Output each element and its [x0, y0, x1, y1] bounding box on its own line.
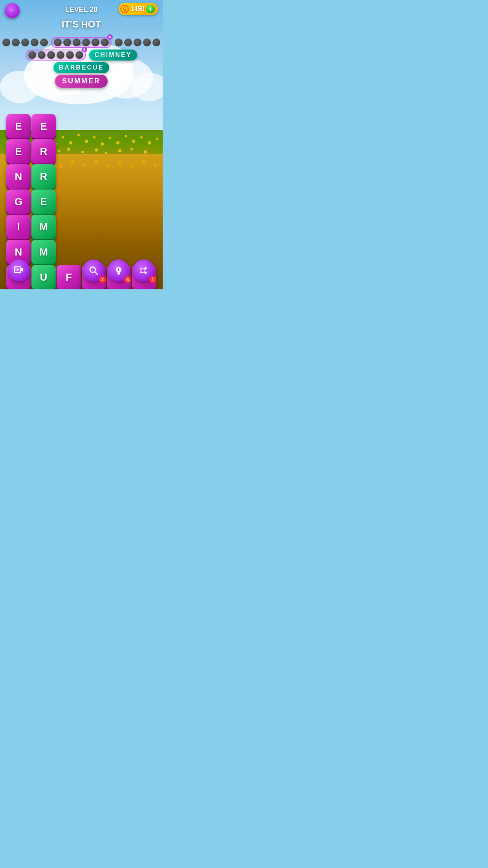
dot: [75, 51, 83, 59]
hint-icon: [114, 265, 124, 276]
dot: [63, 39, 71, 46]
tile-I1[interactable]: I: [6, 215, 31, 239]
summer-row: SUMMER: [3, 75, 160, 88]
dot: [73, 39, 81, 46]
dot: [2, 39, 10, 46]
back-button[interactable]: ←: [5, 3, 20, 18]
tile-E2[interactable]: E: [31, 114, 56, 138]
dot: [12, 39, 20, 46]
barbecue-row: BARBECUE: [3, 62, 160, 73]
tile-E3[interactable]: E: [6, 139, 31, 164]
game-title: IT'S HOT: [62, 19, 101, 29]
dots-section: 6 6 CHIMNEY BARBECUE SUMMER: [0, 35, 163, 89]
grid-row-2: E R: [6, 139, 156, 164]
hint-badge: 5: [124, 276, 131, 283]
dot: [143, 39, 151, 46]
dot-group-1: [2, 39, 48, 46]
dot: [57, 51, 64, 59]
search-button[interactable]: 2: [83, 259, 105, 281]
dot: [54, 39, 62, 46]
tile-N1[interactable]: N: [6, 164, 31, 189]
dot-group-2-outlined: 6: [51, 37, 112, 48]
dot: [28, 51, 36, 59]
chimney-badge: 6: [82, 47, 87, 52]
svg-rect-62: [118, 274, 119, 275]
coins-display: C 1450 +: [119, 3, 158, 15]
dot: [115, 39, 123, 46]
dot: [101, 39, 109, 46]
svg-rect-61: [117, 274, 120, 274]
header: ← LEVEL 28 C 1450 +: [0, 0, 163, 14]
dot: [92, 39, 99, 46]
coins-amount: 1450: [130, 6, 145, 13]
tile-R1[interactable]: R: [31, 139, 56, 164]
dot: [21, 39, 29, 46]
dot-group-3: [115, 39, 160, 46]
hint-button[interactable]: 5: [108, 259, 130, 281]
summer-tag: SUMMER: [55, 75, 108, 88]
dot: [134, 39, 141, 46]
tile-E4-green[interactable]: E: [31, 189, 56, 214]
tile-R2-green[interactable]: R: [31, 164, 56, 189]
tile-E1[interactable]: E: [6, 114, 31, 138]
chimney-tag: CHIMNEY: [89, 50, 138, 61]
dot: [82, 39, 90, 46]
bottom-bar: 2 5 1: [0, 259, 163, 281]
search-badge: 2: [99, 276, 106, 283]
grid-row-4: G E: [6, 189, 156, 214]
shuffle-icon: [139, 265, 149, 276]
add-coins-button[interactable]: +: [146, 5, 155, 13]
dot: [124, 39, 132, 46]
dot-group-2-badge: 6: [107, 34, 113, 40]
dot: [38, 51, 46, 59]
shuffle-button[interactable]: 1: [133, 259, 155, 281]
dot: [31, 39, 39, 46]
back-icon: ←: [9, 7, 16, 15]
shuffle-badge: 1: [149, 276, 156, 283]
grid-row-5: I M: [6, 215, 156, 239]
video-icon: [14, 265, 24, 276]
barbecue-tag: BARBECUE: [53, 62, 110, 73]
dot: [47, 51, 55, 59]
coin-icon: C: [120, 5, 129, 13]
chimney-row: 6 CHIMNEY: [3, 50, 160, 61]
grid-row-3: N R: [6, 164, 156, 189]
dots-row-1: 6: [3, 37, 160, 48]
dot: [66, 51, 74, 59]
video-button[interactable]: [8, 259, 30, 281]
search-icon: [88, 265, 99, 276]
dot: [152, 39, 160, 46]
chimney-dots: 6: [26, 50, 86, 61]
grid-row-1: E E: [6, 114, 156, 138]
tile-G1[interactable]: G: [6, 189, 31, 214]
dot: [40, 39, 48, 46]
svg-line-60: [95, 272, 97, 274]
tile-M1-green[interactable]: M: [31, 215, 56, 239]
